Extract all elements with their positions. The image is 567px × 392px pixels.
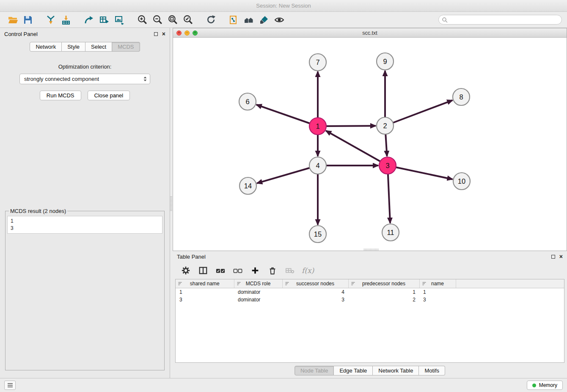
clone-network-button[interactable] <box>226 13 241 27</box>
cell-name[interactable]: 1 <box>419 288 456 296</box>
cell-mcds-role[interactable]: dominator <box>234 296 282 304</box>
edge-3-10[interactable] <box>388 166 452 179</box>
graph-node-8[interactable]: 8 <box>453 88 470 105</box>
graph-node-4[interactable]: 4 <box>309 157 326 174</box>
save-session-button[interactable] <box>20 13 36 27</box>
network-window-titlebar[interactable]: × − + scc.txt <box>173 28 567 38</box>
minimize-window-icon[interactable]: − <box>184 30 190 36</box>
deselect-all-button[interactable] <box>232 265 243 276</box>
trash-icon <box>268 266 277 275</box>
graph-node-6[interactable]: 6 <box>239 93 256 110</box>
cell-name[interactable]: 3 <box>419 296 456 304</box>
cell-shared-name[interactable]: 3 <box>176 296 234 304</box>
plus-icon <box>250 266 260 275</box>
graph-node-7[interactable]: 7 <box>309 54 326 71</box>
export-image-button[interactable] <box>112 13 127 27</box>
tab-mcds[interactable]: MCDS <box>112 42 140 52</box>
cell-shared-name[interactable]: 1 <box>176 288 234 296</box>
column-label: name <box>431 281 444 287</box>
add-column-button[interactable] <box>250 265 261 276</box>
table-settings-button[interactable] <box>180 265 191 276</box>
zoom-selected-button[interactable] <box>180 13 195 27</box>
tab-select[interactable]: Select <box>85 42 112 52</box>
apply-style-button[interactable] <box>256 13 272 27</box>
edge-2-8[interactable] <box>385 100 452 126</box>
cell-predecessor-nodes[interactable]: 1 <box>348 288 419 296</box>
show-graphics-details-button[interactable] <box>272 13 287 27</box>
result-item[interactable]: 1 <box>11 218 159 225</box>
graph-node-2[interactable]: 2 <box>377 117 394 134</box>
node-label: 6 <box>245 98 249 105</box>
fit-content-button[interactable] <box>165 13 180 27</box>
main-toolbar <box>0 12 567 28</box>
cell-successor-nodes[interactable]: 3 <box>282 296 348 304</box>
import-network-button[interactable] <box>43 13 58 27</box>
memory-button[interactable]: Memory <box>527 381 563 390</box>
tab-node-table[interactable]: Node Table <box>295 366 334 375</box>
tab-network[interactable]: Network <box>30 42 62 52</box>
task-history-button[interactable] <box>4 381 16 390</box>
graph-node-9[interactable]: 9 <box>377 53 394 70</box>
delete-column-button[interactable] <box>267 265 278 276</box>
delete-table-button-disabled[interactable] <box>284 265 295 276</box>
graph-node-3[interactable]: 3 <box>379 157 396 174</box>
column-header-filler <box>456 279 564 288</box>
result-item[interactable]: 3 <box>11 225 159 232</box>
network-graph[interactable]: 7968124314101511 <box>173 38 567 251</box>
edge-4-14[interactable] <box>257 166 318 183</box>
column-header-successor-nodes[interactable]: successor nodes <box>282 279 348 288</box>
zoom-out-button[interactable] <box>150 13 165 27</box>
maximize-window-icon[interactable]: + <box>193 30 198 36</box>
column-header-mcds-role[interactable]: MCDS role <box>234 279 282 288</box>
select-all-icon <box>215 266 226 275</box>
tab-style[interactable]: Style <box>62 42 85 52</box>
search-input[interactable] <box>438 15 562 25</box>
zoom-out-icon <box>152 14 163 25</box>
node-table: shared name MCDS role successor nodes <box>175 279 564 363</box>
criterion-dropdown[interactable]: strongly connected component <box>19 74 150 84</box>
edge-1-6[interactable] <box>256 105 318 126</box>
close-panel-button[interactable]: Close panel <box>88 91 130 100</box>
deselect-all-icon <box>233 266 243 275</box>
table-panel-title: Table Panel <box>177 254 206 260</box>
close-panel-icon[interactable]: × <box>162 31 165 37</box>
cell-mcds-role[interactable]: dominator <box>234 288 282 296</box>
splitter-handle-vertical[interactable] <box>170 196 172 211</box>
tab-motifs[interactable]: Motifs <box>419 366 445 375</box>
style-brush-icon <box>259 15 269 25</box>
float-table-panel-icon[interactable] <box>551 255 555 259</box>
refresh-layout-button[interactable] <box>203 13 218 27</box>
edge-3-1[interactable] <box>326 131 388 166</box>
table-row[interactable]: 3 dominator 3 2 3 <box>176 296 564 304</box>
column-header-name[interactable]: name <box>419 279 456 288</box>
column-header-predecessor-nodes[interactable]: predecessor nodes <box>348 279 419 288</box>
network-canvas[interactable]: 7968124314101511 <box>173 38 567 251</box>
graph-node-1[interactable]: 1 <box>309 118 326 135</box>
cell-successor-nodes[interactable]: 4 <box>282 288 348 296</box>
graph-node-11[interactable]: 11 <box>382 224 399 241</box>
tab-edge-table[interactable]: Edge Table <box>334 366 373 375</box>
select-all-button[interactable] <box>215 265 226 276</box>
mcds-result-list[interactable]: 1 3 <box>7 216 162 234</box>
zoom-in-button[interactable] <box>135 13 150 27</box>
open-file-button[interactable] <box>5 13 20 27</box>
function-builder-label[interactable]: f(x) <box>302 266 314 275</box>
export-table-button[interactable] <box>96 13 112 27</box>
show-columns-button[interactable] <box>198 265 209 276</box>
column-header-shared-name[interactable]: shared name <box>176 279 234 288</box>
graph-node-15[interactable]: 15 <box>309 226 326 243</box>
float-panel-icon[interactable] <box>154 32 158 36</box>
tab-network-table[interactable]: Network Table <box>373 366 419 375</box>
status-bar: Memory <box>0 378 567 392</box>
close-window-icon[interactable]: × <box>176 30 182 36</box>
graph-node-10[interactable]: 10 <box>453 173 470 190</box>
graph-node-14[interactable]: 14 <box>239 177 256 194</box>
run-mcds-button[interactable]: Run MCDS <box>40 91 81 100</box>
cell-predecessor-nodes[interactable]: 2 <box>348 296 419 304</box>
table-row[interactable]: 1 dominator 4 1 1 <box>176 288 564 296</box>
export-network-button[interactable] <box>81 13 96 27</box>
close-table-panel-icon[interactable]: × <box>559 254 563 259</box>
splitter-handle-horizontal[interactable] <box>364 248 378 251</box>
network-overview-button[interactable] <box>241 13 256 27</box>
import-table-button[interactable] <box>58 13 74 27</box>
